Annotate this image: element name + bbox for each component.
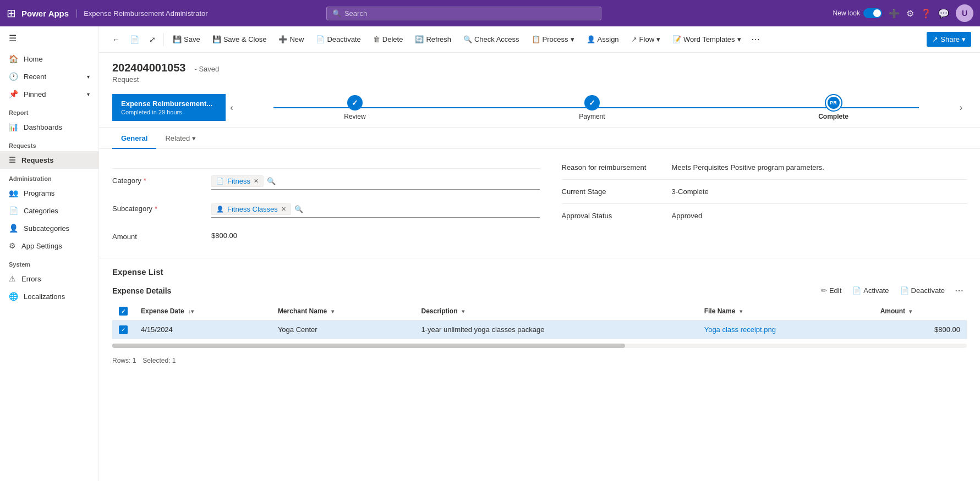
category-tag[interactable]: 📄 Fitness ✕: [211, 175, 264, 187]
active-stage[interactable]: Expense Reimbursement... Completed in 29…: [112, 94, 226, 121]
table-header-merchant-name[interactable]: Merchant Name ▾: [271, 302, 415, 320]
sidebar-item-home[interactable]: 🏠 Home: [0, 50, 98, 68]
sidebar-item-localizations[interactable]: 🌐 Localizations: [0, 288, 98, 305]
sidebar-item-subcategories[interactable]: 👤 Subcategories: [0, 219, 98, 237]
app-name: Power Apps: [21, 9, 69, 18]
table-header-checkbox[interactable]: ✓: [112, 302, 134, 320]
more-actions-button[interactable]: ⋯: [748, 32, 763, 47]
category-remove-icon[interactable]: ✕: [254, 178, 259, 185]
row-merchant-name: Yoga Center: [271, 320, 415, 339]
reason-label: Reason for reimbursement: [562, 163, 672, 172]
related-chevron-icon: ▾: [192, 134, 196, 142]
delete-icon: 🗑: [373, 35, 380, 43]
expense-details-header: Expense Details ✏ Edit 📄 Activate 📄 De: [112, 283, 967, 298]
help-icon[interactable]: ❓: [921, 8, 932, 19]
table-header-amount[interactable]: Amount ▾: [874, 302, 967, 320]
new-button[interactable]: ➕ New: [273, 32, 309, 47]
save-close-button[interactable]: 💾 Save & Close: [207, 32, 272, 47]
subcategory-input-row[interactable]: 👤 Fitness Classes ✕ 🔍: [211, 203, 540, 218]
table-header-file-name[interactable]: File Name ▾: [698, 302, 874, 320]
file-link[interactable]: Yoga class receipt.png: [704, 325, 776, 334]
search-bar[interactable]: 🔍: [326, 7, 601, 20]
new-look-toggle[interactable]: [863, 8, 882, 18]
category-input-row[interactable]: 📄 Fitness ✕ 🔍: [211, 175, 540, 190]
add-icon[interactable]: ➕: [889, 8, 900, 19]
feedback-icon[interactable]: 💬: [938, 8, 949, 19]
delete-button[interactable]: 🗑 Delete: [368, 32, 409, 47]
stage-step-payment[interactable]: ✓ Payment: [579, 95, 605, 120]
categories-icon: 📄: [9, 206, 18, 215]
activate-button[interactable]: 📄 Activate: [848, 284, 893, 297]
sidebar-item-pinned[interactable]: 📌 Pinned ▾: [0, 85, 98, 103]
scrollbar-thumb[interactable]: [112, 344, 625, 348]
category-search-icon[interactable]: 🔍: [267, 177, 276, 185]
user-avatar[interactable]: U: [956, 4, 973, 22]
share-button[interactable]: ↗ Share ▾: [927, 32, 971, 47]
deactivate-button[interactable]: 📄 Deactivate: [310, 32, 366, 47]
tab-general[interactable]: General: [112, 128, 156, 149]
edit-icon: ✏: [821, 286, 827, 295]
pages-button[interactable]: 📄: [125, 32, 144, 47]
deactivate-sub-button[interactable]: 📄 Deactivate: [896, 284, 949, 297]
stage-circle-payment: ✓: [584, 95, 600, 110]
process-chevron-icon: ▾: [571, 35, 574, 43]
row-checkbox[interactable]: ✓: [119, 325, 128, 334]
tab-related[interactable]: Related ▾: [156, 128, 205, 149]
flow-chevron-icon: ▾: [656, 35, 660, 43]
refresh-button[interactable]: 🔄 Refresh: [409, 32, 457, 47]
subcategory-tag[interactable]: 👤 Fitness Classes ✕: [211, 203, 291, 215]
sidebar-item-programs[interactable]: 👥 Programs: [0, 184, 98, 202]
check-access-button[interactable]: 🔍 Check Access: [458, 32, 525, 47]
sidebar-hamburger[interactable]: ☰: [0, 26, 98, 50]
requests-section-header: Requests: [0, 136, 98, 151]
sort-icon-merchant: ▾: [331, 308, 334, 314]
sidebar-item-label: Errors: [21, 275, 41, 283]
stage-step-complete[interactable]: PR Complete: [818, 95, 848, 120]
dashboard-icon: 📊: [9, 123, 18, 131]
flow-button[interactable]: ↗ Flow ▾: [626, 32, 666, 47]
row-file-name[interactable]: Yoga class receipt.png: [698, 320, 874, 339]
subcategory-search-icon[interactable]: 🔍: [294, 205, 303, 213]
expense-list-section: Expense List Expense Details ✏ Edit 📄 Ac…: [99, 258, 980, 378]
process-button[interactable]: 📋 Process ▾: [526, 32, 580, 47]
table-header-description[interactable]: Description ▾: [415, 302, 698, 320]
sidebar-item-errors[interactable]: ⚠ Errors: [0, 270, 98, 288]
sidebar-item-recent[interactable]: 🕐 Recent ▾: [0, 68, 98, 85]
search-input[interactable]: [344, 9, 595, 18]
subcategory-remove-icon[interactable]: ✕: [281, 206, 286, 213]
report-section-header: Report: [0, 103, 98, 118]
stage-forward-button[interactable]: ›: [955, 98, 967, 117]
sidebar-item-dashboards[interactable]: 📊 Dashboards: [0, 118, 98, 136]
sidebar-item-app-settings[interactable]: ⚙ App Settings: [0, 237, 98, 255]
form-grid: Category * 📄 Fitness ✕: [112, 158, 967, 249]
form-row-reason: Reason for reimbursement Meets Perquisit…: [562, 158, 967, 177]
edit-button[interactable]: ✏ Edit: [817, 284, 846, 297]
main-layout: ☰ 🏠 Home 🕐 Recent ▾ 📌 Pinned ▾ Report 📊 …: [0, 26, 980, 481]
stage-step-review[interactable]: ✓ Review: [344, 95, 365, 120]
form-left-column: Category * 📄 Fitness ✕: [112, 158, 540, 249]
table-row[interactable]: ✓ 4/15/2024 Yoga Center 1-year unlimited…: [112, 320, 967, 339]
flow-icon: ↗: [631, 35, 637, 43]
assign-button[interactable]: 👤 Assign: [581, 32, 625, 47]
subcategory-value: 👤 Fitness Classes ✕ 🔍: [211, 201, 540, 220]
expand-button[interactable]: ⤢: [145, 32, 160, 47]
stage-back-button[interactable]: ‹: [226, 98, 237, 117]
word-templates-chevron-icon: ▾: [737, 35, 741, 43]
table-header-expense-date[interactable]: Expense Date ↓▾: [134, 302, 271, 320]
expense-details-title: Expense Details: [112, 286, 171, 295]
apps-icon[interactable]: ⊞: [7, 7, 16, 20]
word-templates-button[interactable]: 📝 Word Templates ▾: [667, 32, 746, 47]
sidebar-item-categories[interactable]: 📄 Categories: [0, 202, 98, 219]
horizontal-scrollbar[interactable]: [112, 344, 967, 348]
header-checkbox[interactable]: ✓: [119, 307, 128, 316]
amount-label: Amount: [112, 229, 211, 244]
sort-icon-date: ↓▾: [188, 308, 194, 314]
row-checkbox-cell[interactable]: ✓: [112, 320, 134, 339]
back-button[interactable]: ←: [108, 32, 124, 47]
expense-more-button[interactable]: ⋯: [951, 283, 967, 298]
toolbar: ← 📄 ⤢ 💾 Save 💾 Save & Close ➕ New 📄 Deac…: [99, 26, 980, 53]
save-button[interactable]: 💾 Save: [167, 32, 206, 47]
sidebar-item-requests[interactable]: ☰ Requests: [0, 151, 98, 169]
new-look-label: New look: [833, 9, 860, 17]
settings-icon[interactable]: ⚙: [906, 8, 914, 19]
